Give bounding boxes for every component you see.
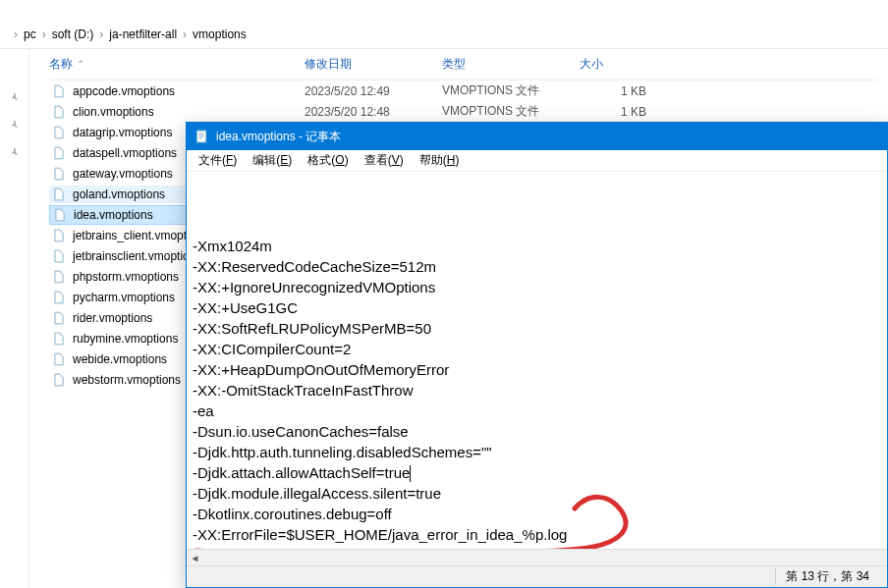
file-icon bbox=[51, 83, 67, 99]
file-icon bbox=[51, 372, 67, 388]
text-line: -Djdk.attach.allowAttachSelf=true bbox=[193, 462, 881, 483]
menu-edit[interactable]: 编辑(E) bbox=[245, 150, 300, 171]
file-name: pycharm.vmoptions bbox=[73, 291, 175, 304]
menu-help[interactable]: 帮助(H) bbox=[412, 150, 468, 171]
file-icon bbox=[51, 228, 67, 243]
text-caret bbox=[410, 465, 411, 482]
notepad-menubar[interactable]: 文件(F) 编辑(E) 格式(O) 查看(V) 帮助(H) bbox=[187, 150, 887, 172]
notepad-window[interactable]: idea.vmoptions - 记事本 文件(F) 编辑(E) 格式(O) 查… bbox=[186, 122, 888, 588]
notepad-statusbar: 第 13 行，第 34 bbox=[187, 565, 887, 587]
column-header-size[interactable]: 大小 bbox=[580, 57, 603, 71]
file-name: gateway.vmoptions bbox=[73, 167, 173, 181]
breadcrumb-item[interactable]: pc bbox=[24, 27, 36, 41]
file-type: VMOPTIONS 文件 bbox=[442, 82, 580, 99]
file-size: 1 KB bbox=[580, 105, 658, 119]
file-name: rider.vmoptions bbox=[73, 311, 152, 325]
file-icon bbox=[51, 125, 67, 140]
file-name: goland.vmoptions bbox=[73, 187, 165, 201]
file-icon bbox=[51, 145, 67, 161]
text-line: -XX:-OmitStackTraceInFastThrow bbox=[193, 380, 881, 401]
horizontal-scrollbar[interactable]: ◄ bbox=[187, 549, 887, 565]
file-size: 1 KB bbox=[580, 84, 658, 98]
file-name: datagrip.vmoptions bbox=[73, 126, 172, 139]
status-position: 第 13 行，第 34 bbox=[775, 568, 879, 585]
file-row[interactable]: clion.vmoptions2023/5/20 12:48VMOPTIONS … bbox=[49, 101, 878, 122]
file-row[interactable]: appcode.vmoptions2023/5/20 12:49VMOPTION… bbox=[49, 80, 878, 101]
file-name: webide.vmoptions bbox=[73, 352, 167, 366]
column-header-date[interactable]: 修改日期 bbox=[305, 57, 352, 71]
text-line: -XX:SoftRefLRUPolicyMSPerMB=50 bbox=[193, 318, 881, 339]
file-name: webstorm.vmoptions bbox=[73, 373, 181, 387]
scroll-left-icon[interactable]: ◄ bbox=[187, 550, 203, 566]
breadcrumb-sep: › bbox=[183, 27, 187, 41]
file-icon bbox=[51, 248, 67, 264]
notepad-icon bbox=[194, 129, 210, 144]
file-name: jetbrainsclient.vmoptions bbox=[73, 249, 201, 263]
text-line: -Djdk.module.illegalAccess.silent=true bbox=[193, 483, 881, 504]
breadcrumb[interactable]: › pc › soft (D:) › ja-netfilter-all › vm… bbox=[0, 20, 888, 49]
file-name: phpstorm.vmoptions bbox=[73, 270, 179, 284]
notepad-title: idea.vmoptions - 记事本 bbox=[216, 129, 341, 145]
menu-file[interactable]: 文件(F) bbox=[191, 150, 245, 171]
file-icon bbox=[51, 351, 67, 367]
file-name: appcode.vmoptions bbox=[73, 84, 175, 98]
text-line: -XX:+HeapDumpOnOutOfMemoryError bbox=[193, 359, 881, 380]
pin-icon bbox=[7, 90, 23, 106]
file-name: rubymine.vmoptions bbox=[73, 332, 178, 346]
file-icon bbox=[51, 269, 67, 285]
text-line: -XX:ReservedCodeCacheSize=512m bbox=[193, 256, 881, 277]
text-line: -Dkotlinx.coroutines.debug=off bbox=[193, 504, 881, 524]
column-headers[interactable]: 名称⌃ 修改日期 类型 大小 bbox=[49, 49, 878, 80]
file-icon bbox=[52, 207, 68, 223]
text-line: -XX:CICompilerCount=2 bbox=[193, 339, 881, 359]
file-date: 2023/5/20 12:49 bbox=[305, 84, 442, 98]
notepad-titlebar[interactable]: idea.vmoptions - 记事本 bbox=[187, 123, 887, 150]
menu-view[interactable]: 查看(V) bbox=[357, 150, 412, 171]
pin-icon bbox=[7, 145, 23, 161]
file-icon bbox=[51, 187, 67, 202]
text-line: -XX:HeapDumpPath=$USER_HOME/java_error_i… bbox=[193, 545, 881, 549]
breadcrumb-item[interactable]: vmoptions bbox=[193, 27, 247, 41]
sort-arrow-icon: ⌃ bbox=[77, 59, 84, 70]
breadcrumb-sep: › bbox=[99, 27, 103, 41]
text-line: -XX:ErrorFile=$USER_HOME/java_error_in_i… bbox=[193, 524, 881, 545]
pin-icon bbox=[7, 118, 23, 134]
column-header-name[interactable]: 名称 bbox=[49, 57, 73, 71]
file-date: 2023/5/20 12:48 bbox=[305, 105, 442, 119]
text-line: -Dsun.io.useCanonCaches=false bbox=[193, 421, 881, 442]
column-header-type[interactable]: 类型 bbox=[442, 57, 466, 71]
breadcrumb-item[interactable]: ja-netfilter-all bbox=[109, 27, 177, 41]
svg-rect-0 bbox=[197, 131, 206, 142]
breadcrumb-item[interactable]: soft (D:) bbox=[52, 27, 94, 41]
file-icon bbox=[51, 331, 67, 347]
text-line: -ea bbox=[193, 401, 881, 421]
breadcrumb-sep: › bbox=[14, 27, 18, 41]
file-name: clion.vmoptions bbox=[73, 105, 154, 119]
quick-access-sidebar bbox=[0, 49, 29, 588]
notepad-textarea[interactable]: -Xmx1024m-XX:ReservedCodeCacheSize=512m-… bbox=[187, 172, 887, 549]
text-line: -XX:+UseG1GC bbox=[193, 297, 881, 318]
file-type: VMOPTIONS 文件 bbox=[442, 103, 580, 120]
breadcrumb-sep: › bbox=[42, 27, 46, 41]
file-icon bbox=[51, 310, 67, 326]
file-icon bbox=[51, 290, 67, 305]
text-line: -Djdk.http.auth.tunneling.disabledScheme… bbox=[193, 442, 881, 462]
text-line: -XX:+IgnoreUnrecognizedVMOptions bbox=[193, 277, 881, 297]
file-icon bbox=[51, 104, 67, 120]
file-name: dataspell.vmoptions bbox=[73, 146, 177, 160]
file-icon bbox=[51, 166, 67, 182]
menu-format[interactable]: 格式(O) bbox=[300, 150, 356, 171]
text-line: -Xmx1024m bbox=[193, 236, 881, 256]
file-name: idea.vmoptions bbox=[74, 208, 153, 222]
